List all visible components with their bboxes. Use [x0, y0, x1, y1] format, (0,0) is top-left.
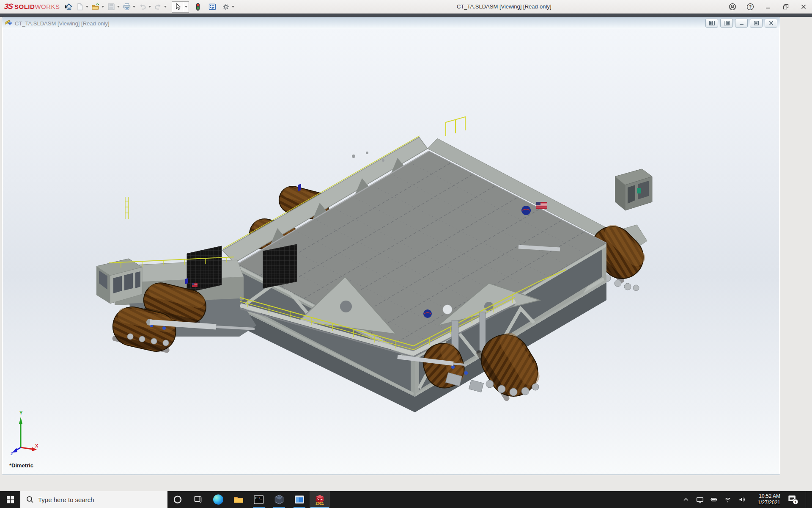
- solidworks-logo: 3S SOLIDWORKS: [4, 2, 68, 11]
- collapse-pane-right-icon[interactable]: [720, 19, 733, 28]
- close-icon[interactable]: [798, 1, 809, 12]
- axis-x-label: X: [35, 443, 38, 448]
- account-icon[interactable]: [727, 1, 738, 12]
- brand-works: WORKS: [35, 3, 60, 10]
- help-icon[interactable]: ?: [744, 1, 756, 12]
- 3d-model-crawler-transporter[interactable]: Y X Z: [3, 29, 780, 475]
- document-window-controls: [705, 19, 777, 28]
- save-icon[interactable]: [106, 1, 117, 12]
- document-title: CT_TA.SLDASM [Viewing] [Read-only]: [15, 20, 110, 27]
- performance-stoplight-icon[interactable]: [192, 1, 203, 12]
- volume-icon[interactable]: [738, 491, 746, 508]
- solidworks-app-icon: 2021: [314, 494, 325, 505]
- start-button[interactable]: [0, 491, 20, 508]
- print-icon[interactable]: [121, 1, 132, 12]
- clock-date: 1/27/2021: [752, 500, 780, 506]
- cortana-icon: [173, 495, 182, 504]
- search-input[interactable]: [20, 491, 167, 508]
- command-prompt-button[interactable]: C:\_: [249, 491, 269, 508]
- porthole: [443, 305, 452, 314]
- battery-icon[interactable]: [710, 491, 718, 508]
- cast-display-icon[interactable]: [696, 491, 704, 508]
- select-dropdown-caret[interactable]: [183, 1, 189, 13]
- options-dropdown-caret[interactable]: [232, 6, 234, 8]
- operator-cab-right: [615, 169, 652, 210]
- open-dropdown-caret[interactable]: [102, 6, 104, 8]
- svg-text:1: 1: [794, 500, 796, 504]
- svg-text:?: ?: [749, 5, 752, 9]
- view-orientation-label: *Dimetric: [9, 462, 33, 469]
- svg-text:2021: 2021: [315, 501, 324, 505]
- deck-handrail: [446, 117, 465, 136]
- solidworks-taskbar-button[interactable]: 2021: [310, 491, 330, 508]
- tray-clock[interactable]: 10:52 AM 1/27/2021: [752, 493, 780, 506]
- system-tray: 10:52 AM 1/27/2021 1: [682, 491, 812, 508]
- hexagon-app-icon: [274, 494, 284, 505]
- undo-dropdown-caret[interactable]: [148, 6, 151, 8]
- edge-button[interactable]: [208, 491, 228, 508]
- action-center-icon: 1: [787, 494, 798, 505]
- search-icon: [26, 495, 34, 504]
- command-prompt-icon: C:\_: [254, 494, 264, 505]
- redo-dropdown-caret[interactable]: [164, 6, 167, 8]
- select-cursor-icon[interactable]: [172, 1, 183, 13]
- file-explorer-button[interactable]: [228, 491, 249, 508]
- toolbar-separator-strip: [0, 14, 812, 17]
- document-window: CT_TA.SLDASM [Viewing] [Read-only]: [2, 17, 780, 475]
- svg-text:C:\_: C:\_: [255, 497, 263, 500]
- print-dropdown-caret[interactable]: [133, 6, 135, 8]
- collapse-pane-left-icon[interactable]: [705, 19, 718, 28]
- wifi-icon[interactable]: [724, 491, 732, 508]
- blue-flag-decal-2: [185, 278, 188, 284]
- hydraulic-cylinder-right: [518, 247, 560, 249]
- document-titlebar[interactable]: CT_TA.SLDASM [Viewing] [Read-only]: [2, 17, 780, 29]
- windows-logo-icon: [7, 496, 14, 503]
- minimize-icon[interactable]: [762, 1, 774, 12]
- titlebar-controls: ?: [727, 0, 809, 14]
- edge-icon: [213, 494, 223, 505]
- windows-taskbar: C:\_ 2021: [0, 491, 812, 508]
- brand-solid: SOLID: [14, 3, 35, 10]
- app-titlebar: 3S SOLIDWORKS: [0, 0, 812, 14]
- axis-y-label: Y: [19, 410, 23, 415]
- axis-z-label: Z: [11, 452, 13, 456]
- us-flag-left: [192, 283, 198, 287]
- redo-icon[interactable]: [153, 1, 164, 12]
- tray-chevron-up-icon[interactable]: [682, 491, 690, 508]
- assembly-document-icon: [5, 19, 12, 28]
- blue-flag-decal-1: [298, 184, 301, 191]
- quick-toolbar: [63, 0, 236, 14]
- orientation-triad: Y X Z: [11, 410, 38, 456]
- file-explorer-icon: [233, 494, 244, 505]
- undo-icon[interactable]: [137, 1, 148, 12]
- task-view-icon: [194, 495, 202, 504]
- open-icon[interactable]: [90, 1, 101, 12]
- show-desktop-strip[interactable]: [806, 491, 808, 508]
- doc-restore-icon[interactable]: [750, 19, 763, 28]
- nasa-meatball-right: [521, 206, 531, 215]
- display-settings-icon[interactable]: [207, 1, 218, 12]
- options-gear-icon[interactable]: [220, 1, 231, 12]
- dassault-3s-glyph: 3S: [4, 2, 14, 11]
- clock-time: 10:52 AM: [752, 493, 780, 500]
- home-icon[interactable]: [63, 1, 74, 12]
- window-app-button[interactable]: [289, 491, 310, 508]
- window-app-icon: [294, 494, 304, 505]
- new-dropdown-caret[interactable]: [86, 6, 88, 8]
- action-center-button[interactable]: 1: [787, 491, 799, 508]
- doc-minimize-icon[interactable]: [735, 19, 748, 28]
- us-flag-right: [536, 202, 547, 209]
- window-title: CT_TA.SLDASM [Viewing] [Read-only]: [457, 3, 551, 10]
- new-document-icon[interactable]: [74, 1, 85, 12]
- doc-close-icon[interactable]: [765, 19, 777, 28]
- cortana-button[interactable]: [167, 491, 188, 508]
- nasa-meatball-bottom: [423, 309, 432, 318]
- restore-icon[interactable]: [780, 1, 792, 12]
- task-view-button[interactable]: [188, 491, 208, 508]
- save-dropdown-caret[interactable]: [117, 6, 120, 8]
- graphics-viewport[interactable]: Y X Z *Dimetric: [3, 29, 779, 475]
- taskbar-search[interactable]: [20, 491, 167, 508]
- hexagon-app-button[interactable]: [269, 491, 289, 508]
